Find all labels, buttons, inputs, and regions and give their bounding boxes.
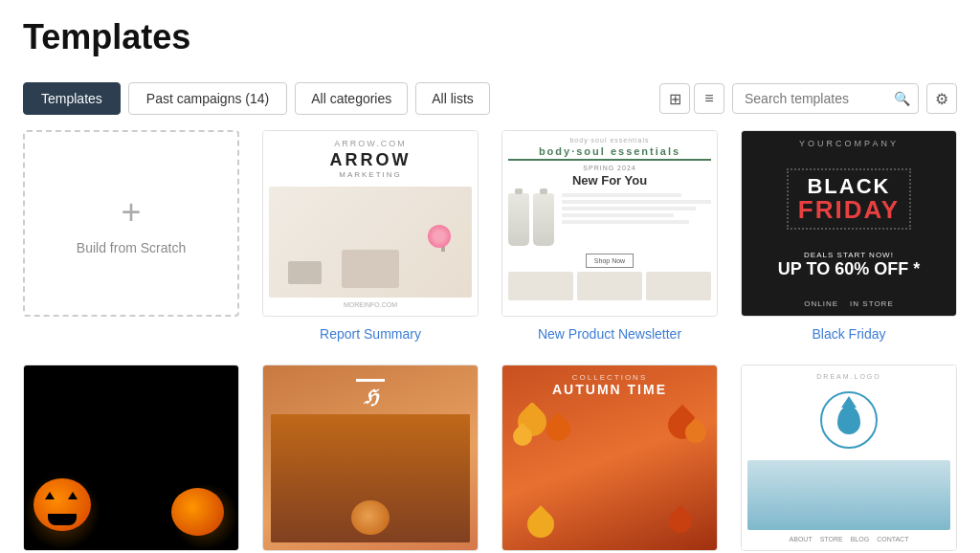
- bf-thumb-content: YOURCOMPANY BLACK FRIDAY DEALS START NOW…: [742, 131, 956, 316]
- black-friday-thumb: YOURCOMPANY BLACK FRIDAY DEALS START NOW…: [741, 130, 957, 317]
- pumpkin-right: [171, 488, 224, 536]
- list-view-icon[interactable]: ≡: [694, 83, 724, 114]
- product-text-lines: [558, 193, 711, 246]
- bf-bottom: ONLINE IN STORE: [804, 299, 893, 308]
- view-icons: ⊞ ≡: [659, 83, 724, 114]
- new-product-label: New Product Newsletter: [538, 326, 681, 342]
- grid-view-icon[interactable]: ⊞: [659, 83, 690, 114]
- bf-black-text: BLACK: [798, 176, 900, 197]
- autumn-content: ℌ: [263, 365, 478, 550]
- tab-templates[interactable]: Templates: [23, 82, 121, 115]
- template-black-friday[interactable]: YOURCOMPANY BLACK FRIDAY DEALS START NOW…: [741, 130, 957, 342]
- leaves-top: COLLECTIONS: [572, 373, 647, 382]
- autumn-logo-letter: ℌ: [364, 386, 378, 409]
- leaves-image: [508, 403, 711, 542]
- product-heading: New For You: [572, 173, 647, 188]
- water-nav-blog: BLOG: [851, 536, 869, 542]
- arrow-flowers: [428, 225, 451, 248]
- templates-grid-row2: ℌ COLLECTIONS AUTUMN TIME: [0, 365, 980, 553]
- pumpkin-eye-left: [45, 492, 55, 499]
- leaf-2: [542, 412, 575, 446]
- product-small-2: [577, 272, 642, 300]
- arrow-top-text: ARROW.COM: [334, 139, 407, 148]
- halloween-thumb: [23, 365, 239, 551]
- water-nav-contact: CONTACT: [877, 536, 908, 542]
- bf-friday-text: FRIDAY: [798, 197, 900, 222]
- bf-deals-text: DEALS START NOW!: [778, 251, 920, 259]
- leaves-title: AUTUMN TIME: [552, 382, 667, 397]
- water-sea-bg: [747, 460, 950, 530]
- water-top: DREAM.LOGO: [816, 373, 880, 380]
- water-content: DREAM.LOGO ABOUT STORE BLOG CONTACT: [742, 365, 956, 550]
- search-input[interactable]: [741, 84, 894, 113]
- product-bottom-row: [508, 272, 711, 300]
- product-shop-btn: Shop Now: [586, 254, 634, 268]
- pumpkin-mouth: [48, 514, 77, 525]
- bf-deals-section: DEALS START NOW! UP TO 60% OFF *: [778, 251, 920, 279]
- autumn-logo-thumb: ℌ: [262, 365, 479, 551]
- template-water-drop[interactable]: DREAM.LOGO ABOUT STORE BLOG CONTACT: [741, 365, 957, 551]
- halloween-content: [24, 365, 238, 550]
- pumpkin-eye-right: [68, 492, 78, 499]
- toolbar: Templates Past campaigns (14) All catego…: [0, 82, 980, 130]
- pumpkin-left: [33, 478, 91, 531]
- product-thumb-content: body·soul essentials body·soul essential…: [502, 131, 717, 316]
- water-drop-thumb: DREAM.LOGO ABOUT STORE BLOG CONTACT: [741, 365, 957, 551]
- water-circle: [820, 391, 878, 449]
- water-nav: ABOUT STORE BLOG CONTACT: [790, 530, 909, 542]
- water-nav-store: STORE: [820, 536, 843, 542]
- bf-border-box: BLACK FRIDAY: [787, 168, 911, 230]
- autumn-leaves-thumb: COLLECTIONS AUTUMN TIME: [501, 365, 718, 551]
- autumn-img-bg: [271, 414, 470, 542]
- product-top: body·soul essentials: [569, 137, 649, 144]
- arrow-brand-text: ARROW: [330, 150, 412, 170]
- filter-lists[interactable]: All lists: [415, 82, 490, 115]
- arrow-sub-text: MARKETING: [339, 170, 402, 179]
- search-wrapper: 🔍: [732, 83, 919, 114]
- autumn-pumpkins: [271, 414, 470, 542]
- arrow-desk: [342, 250, 399, 288]
- templates-grid-row1: + Build from Scratch ARROW.COM ARROW MAR…: [0, 130, 980, 365]
- template-build-scratch[interactable]: + Build from Scratch: [23, 130, 239, 342]
- template-autumn-logo[interactable]: ℌ: [262, 365, 479, 551]
- bf-main: BLACK FRIDAY: [787, 168, 911, 230]
- water-nav-about: ABOUT: [790, 536, 813, 542]
- arrow-bottom-text: MOREINFO.COM: [344, 298, 397, 308]
- settings-icon[interactable]: ⚙: [926, 83, 957, 114]
- product-img-row: [508, 193, 711, 246]
- new-product-thumb: body·soul essentials body·soul essential…: [501, 130, 718, 317]
- plus-icon: +: [121, 192, 141, 232]
- leaf-6: [522, 505, 560, 542]
- product-brand: body·soul essentials: [508, 145, 711, 161]
- template-autumn-leaves[interactable]: COLLECTIONS AUTUMN TIME: [501, 365, 718, 551]
- product-subtitle: SPRING 2024: [583, 165, 635, 171]
- autumn-circle: [351, 500, 390, 535]
- template-halloween[interactable]: [23, 365, 239, 551]
- autumn-logo-line: [356, 379, 385, 382]
- leaf-7: [664, 505, 697, 538]
- bf-online: ONLINE: [804, 299, 838, 308]
- filter-categories[interactable]: All categories: [295, 82, 408, 115]
- product-bottle-1: [508, 193, 529, 246]
- report-summary-label: Report Summary: [320, 326, 421, 342]
- water-drop-icon: [837, 406, 860, 434]
- page-header: Templates: [0, 0, 980, 82]
- arrow-thumb-content: ARROW.COM ARROW MARKETING MOREINFO.COM: [263, 131, 478, 316]
- report-summary-thumb: ARROW.COM ARROW MARKETING MOREINFO.COM: [262, 130, 479, 317]
- bf-percent-text: UP TO 60% OFF *: [778, 259, 920, 279]
- product-small-3: [646, 272, 711, 300]
- build-scratch-thumb: + Build from Scratch: [23, 130, 239, 317]
- product-small-1: [508, 272, 573, 300]
- bf-instore: IN STORE: [850, 299, 894, 308]
- black-friday-label: Black Friday: [812, 326, 885, 342]
- search-icon: 🔍: [894, 91, 910, 106]
- tab-past-campaigns[interactable]: Past campaigns (14): [128, 82, 287, 115]
- leaves-content: COLLECTIONS AUTUMN TIME: [502, 365, 717, 550]
- arrow-image-area: [269, 187, 472, 298]
- product-bottle-2: [533, 193, 554, 246]
- bf-company: YOURCOMPANY: [799, 139, 899, 148]
- template-new-product[interactable]: body·soul essentials body·soul essential…: [501, 130, 718, 342]
- arrow-laptop: [288, 261, 322, 284]
- build-scratch-label: Build from Scratch: [77, 240, 186, 255]
- template-report-summary[interactable]: ARROW.COM ARROW MARKETING MOREINFO.COM R…: [262, 130, 479, 342]
